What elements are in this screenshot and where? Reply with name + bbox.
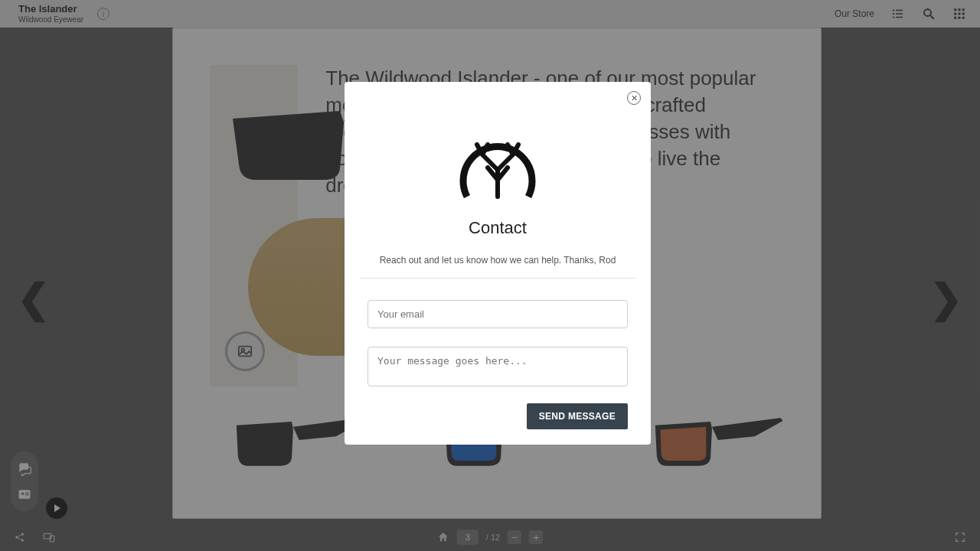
message-field[interactable] [368,347,628,386]
send-message-button[interactable]: SEND MESSAGE [527,403,628,429]
modal-title: Contact [345,218,651,238]
contact-modal: ✕ Contact Reach out and let us know how … [345,82,651,445]
email-field[interactable] [368,300,628,328]
brand-logo [345,128,651,204]
close-icon[interactable]: ✕ [627,91,641,105]
modal-subtitle: Reach out and let us know how we can hel… [345,255,651,266]
